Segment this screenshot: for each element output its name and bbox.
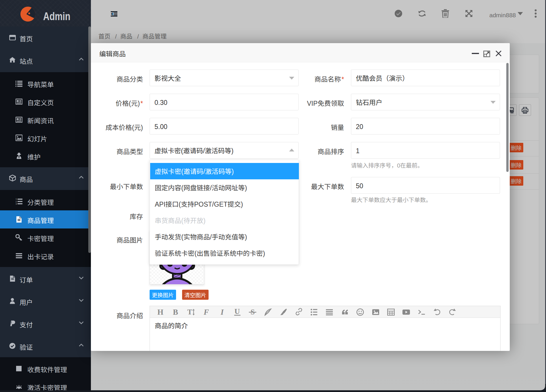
svg-text:3: 3 [16, 202, 17, 205]
